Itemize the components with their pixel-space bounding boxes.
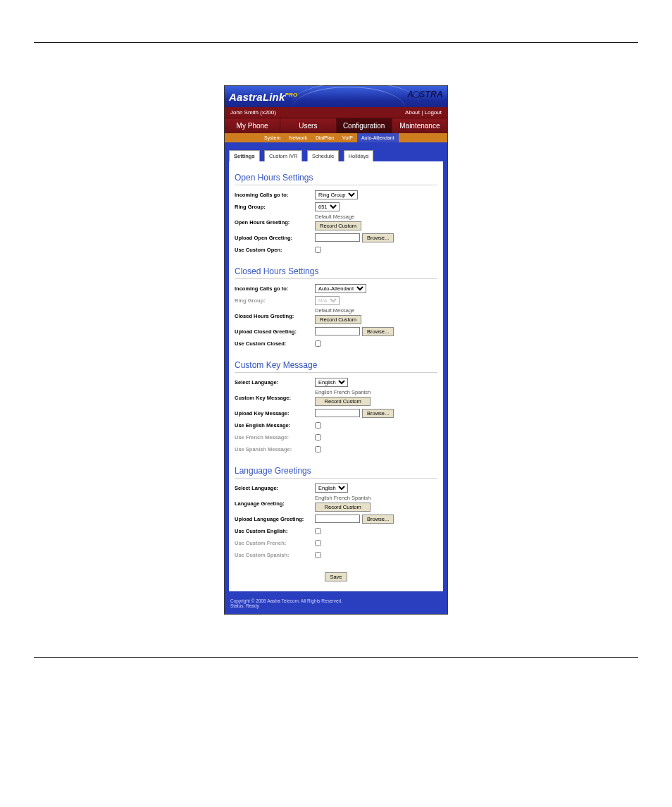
label-upload-open: Upload Open Greeting: <box>235 235 315 241</box>
label-ck-lang: Select Language: <box>235 379 315 386</box>
label-lg-lang: Select Language: <box>235 485 315 491</box>
heading-lang-greetings: Language Greetings <box>235 463 437 479</box>
brand-logo: ASTRA <box>407 90 443 99</box>
innertab-settings[interactable]: Settings <box>229 150 260 161</box>
open-greeting-default: Default Message <box>315 214 361 220</box>
innertab-holidays[interactable]: Holidays <box>344 150 374 161</box>
label-use-en-msg: Use English Message: <box>235 422 315 429</box>
label-upload-closed: Upload Closed Greeting: <box>235 328 315 335</box>
record-lg-button[interactable]: Record Custom <box>315 503 371 512</box>
checkbox-use-en-msg[interactable] <box>315 422 321 429</box>
ck-msg-default: English French Spanish <box>315 389 371 395</box>
checkbox-use-fr-msg[interactable] <box>315 434 321 441</box>
label-open-ringgroup: Ring Group: <box>235 204 315 210</box>
footer: Copyright © 2008 Aastra Telecom. All Rig… <box>225 596 447 614</box>
checkbox-use-custom-es[interactable] <box>315 552 321 558</box>
select-lg-lang[interactable]: English <box>315 483 348 493</box>
select-open-ringgroup[interactable]: 651 <box>315 202 340 211</box>
label-ck-msg: Custom Key Message: <box>235 395 315 401</box>
label-use-custom-open: Use Custom Open: <box>235 247 315 253</box>
footer-copyright: Copyright © 2008 Aastra Telecom. All Rig… <box>230 598 442 603</box>
decorative-swoosh <box>313 90 398 109</box>
label-closed-incoming: Incoming Calls go to: <box>235 285 315 292</box>
label-use-es-msg: Use Spanish Message: <box>235 446 315 452</box>
closed-greeting-default: Default Message <box>315 307 361 314</box>
select-closed-ringgroup: N/A <box>315 296 340 305</box>
bottom-rule <box>34 657 638 658</box>
browse-ck-button[interactable]: Browse... <box>362 409 394 418</box>
checkbox-use-custom-fr[interactable] <box>315 540 321 546</box>
label-closed-ringgroup: Ring Group: <box>235 297 315 304</box>
upload-lg-path[interactable] <box>315 515 360 523</box>
tab-maintenance[interactable]: Maintenance <box>392 118 447 133</box>
heading-custom-key: Custom Key Message <box>235 357 437 373</box>
subnav-dialplan[interactable]: DialPlan <box>311 133 338 142</box>
banner: AastraLinkPRO ASTRA <box>225 86 447 107</box>
select-ck-lang[interactable]: English <box>315 378 348 387</box>
select-closed-incoming[interactable]: Auto-Attendant <box>315 284 366 293</box>
current-user: John Smith (x200) <box>230 109 276 116</box>
lg-greet-default: English French Spanish <box>315 495 371 501</box>
subnav-network[interactable]: Network <box>285 133 311 142</box>
label-use-custom-en: Use Custom English: <box>235 528 315 534</box>
browse-lg-button[interactable]: Browse... <box>362 515 394 524</box>
app-title-main: AastraLink <box>229 91 285 103</box>
label-use-fr-msg: Use French Message: <box>235 434 315 441</box>
tab-my-phone[interactable]: My Phone <box>225 118 280 133</box>
record-closed-greeting-button[interactable]: Record Custom <box>315 315 361 324</box>
innertab-schedule[interactable]: Schedule <box>307 150 339 161</box>
label-open-greeting: Open Hours Greeting: <box>235 219 315 226</box>
upload-open-path[interactable] <box>315 233 360 242</box>
subnav-auto-attendant[interactable]: Auto-Attendant <box>357 133 399 142</box>
app-frame: AastraLinkPRO ASTRA John Smith (x200) Ab… <box>224 85 448 615</box>
label-use-custom-fr: Use Custom French: <box>235 540 315 546</box>
top-rule <box>34 42 638 43</box>
innertab-custom-ivr[interactable]: Custom IVR <box>264 150 302 161</box>
checkbox-use-es-msg[interactable] <box>315 446 321 452</box>
checkbox-use-custom-en[interactable] <box>315 528 321 534</box>
checkbox-use-custom-closed[interactable] <box>315 340 321 347</box>
upload-ck-path[interactable] <box>315 409 360 417</box>
browse-closed-button[interactable]: Browse... <box>362 327 394 336</box>
inner-tabs: Settings Custom IVR Schedule Holidays <box>225 142 447 161</box>
settings-panel: Open Hours Settings Incoming Calls go to… <box>229 161 443 591</box>
label-upload-lg: Upload Language Greeting: <box>235 516 315 522</box>
label-open-incoming: Incoming Calls go to: <box>235 192 315 198</box>
label-use-custom-es: Use Custom Spanish: <box>235 552 315 558</box>
record-open-greeting-button[interactable]: Record Custom <box>315 221 361 230</box>
save-button[interactable]: Save <box>325 572 347 581</box>
label-lg-greet: Language Greeting: <box>235 500 315 507</box>
checkbox-use-custom-open[interactable] <box>315 247 321 253</box>
browse-open-button[interactable]: Browse... <box>362 233 394 242</box>
app-title: AastraLinkPRO <box>229 91 297 103</box>
subnav-system[interactable]: System <box>260 133 285 142</box>
label-closed-greeting: Closed Hours Greeting: <box>235 313 315 319</box>
label-use-custom-closed: Use Custom Closed: <box>235 340 315 347</box>
select-open-incoming[interactable]: Ring Group <box>315 190 358 199</box>
record-ck-button[interactable]: Record Custom <box>315 397 371 406</box>
heading-closed-hours: Closed Hours Settings <box>235 264 437 279</box>
footer-status: Status: Ready <box>230 603 442 608</box>
upload-closed-path[interactable] <box>315 327 360 335</box>
sub-nav: System Network DialPlan VoIP Auto-Attend… <box>225 133 447 142</box>
label-upload-ck: Upload Key Message: <box>235 410 315 417</box>
heading-open-hours: Open Hours Settings <box>235 170 437 185</box>
subnav-voip[interactable]: VoIP <box>338 133 357 142</box>
